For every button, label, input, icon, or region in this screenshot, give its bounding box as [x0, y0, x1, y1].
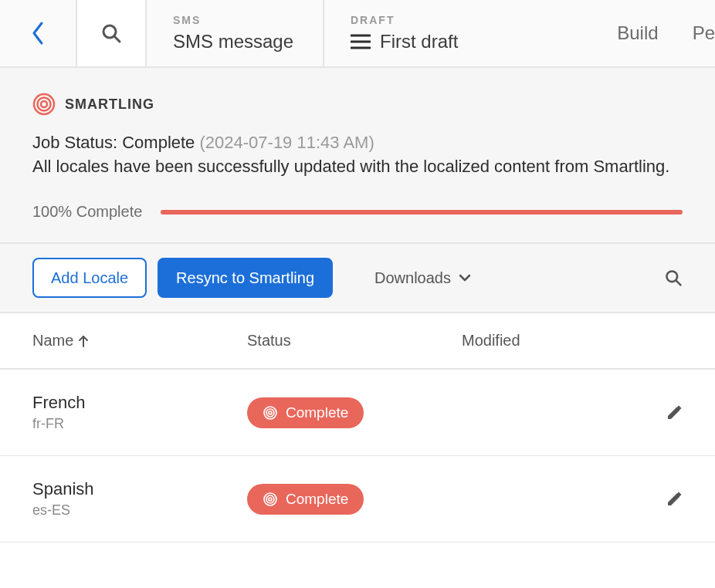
svg-point-16 [266, 495, 274, 503]
locale-language: French [32, 393, 247, 413]
column-header-modified[interactable]: Modified [462, 332, 683, 350]
smartling-logo-icon [263, 492, 278, 507]
smartling-logo-icon [32, 93, 56, 116]
svg-line-9 [676, 280, 680, 285]
status-badge-label: Complete [286, 404, 348, 421]
edit-row-button[interactable] [652, 491, 683, 508]
job-status-value: Complete [122, 133, 195, 152]
draft-breadcrumb[interactable]: DRAFT First draft [324, 0, 540, 66]
job-status-description: All locales have been successfully updat… [32, 157, 683, 177]
draft-eyebrow: DRAFT [351, 14, 540, 26]
status-badge-label: Complete [286, 491, 348, 508]
brand-row: SMARTLING [32, 93, 683, 116]
search-icon [664, 269, 683, 287]
edit-row-button[interactable] [652, 404, 683, 421]
tab-build[interactable]: Build [617, 22, 658, 44]
locale-code: fr-FR [32, 416, 247, 432]
svg-point-12 [266, 409, 274, 417]
tab-personalize[interactable]: Pe [693, 22, 715, 44]
downloads-label: Downloads [374, 269, 451, 287]
locale-code: es-ES [32, 502, 247, 519]
table-search-button[interactable] [664, 269, 683, 287]
menu-icon [351, 34, 371, 49]
column-header-status[interactable]: Status [247, 332, 462, 350]
add-locale-button[interactable]: Add Locale [32, 258, 147, 298]
sms-breadcrumb[interactable]: SMS SMS message [147, 0, 324, 66]
table-row: French fr-FR Complete [0, 370, 715, 456]
progress-bar [161, 210, 683, 215]
header-search-button[interactable] [77, 0, 147, 66]
back-button[interactable] [0, 0, 77, 66]
draft-title: First draft [380, 31, 458, 52]
svg-point-7 [41, 101, 47, 107]
downloads-dropdown[interactable]: Downloads [374, 269, 471, 287]
svg-point-6 [38, 98, 51, 111]
status-panel: SMARTLING Job Status: Complete (2024-07-… [0, 68, 715, 242]
progress-row: 100% Complete [32, 203, 683, 221]
job-status-label: Job Status: [32, 133, 117, 152]
progress-label: 100% Complete [32, 203, 142, 221]
status-badge: Complete [247, 397, 364, 428]
search-icon [100, 22, 122, 44]
action-bar: Add Locale Resync to Smartling Downloads [0, 242, 715, 313]
svg-point-17 [269, 498, 272, 501]
top-bar: SMS SMS message DRAFT First draft Build … [0, 0, 715, 68]
column-header-name[interactable]: Name [32, 332, 247, 350]
pencil-icon [666, 404, 683, 421]
column-header-name-label: Name [32, 332, 73, 350]
sms-title: SMS message [173, 31, 323, 52]
chevron-left-icon [30, 20, 46, 46]
brand-name: SMARTLING [65, 96, 154, 113]
table-header: Name Status Modified [0, 313, 715, 370]
job-status-line: Job Status: Complete (2024-07-19 11:43 A… [32, 130, 683, 155]
svg-point-13 [269, 411, 272, 414]
svg-line-1 [114, 36, 120, 42]
chevron-down-icon [459, 274, 471, 282]
header-tabs: Build Pe [540, 0, 715, 66]
locale-language: Spanish [32, 479, 247, 499]
job-status-timestamp: (2024-07-19 11:43 AM) [199, 133, 374, 152]
sort-asc-icon [78, 335, 89, 347]
smartling-logo-icon [263, 405, 278, 421]
table-row: Spanish es-ES Complete [0, 456, 715, 542]
sms-eyebrow: SMS [173, 14, 323, 26]
resync-button[interactable]: Resync to Smartling [158, 258, 333, 298]
pencil-icon [666, 491, 683, 508]
status-badge: Complete [247, 484, 364, 515]
